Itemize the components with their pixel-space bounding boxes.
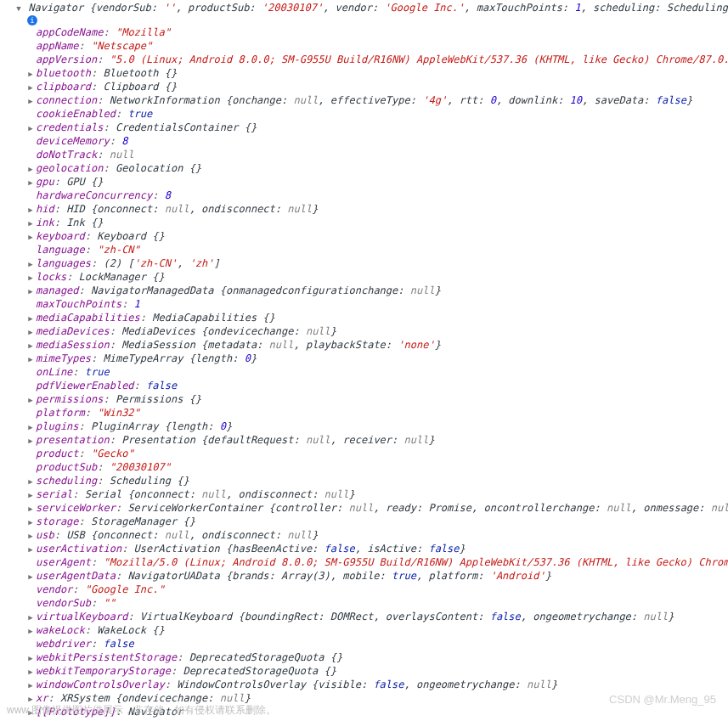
expand-caret-icon[interactable] (27, 216, 34, 230)
expand-caret-icon[interactable] (27, 420, 34, 434)
expand-caret-icon[interactable] (27, 66, 34, 81)
property-value: USB { (66, 529, 97, 541)
property-row[interactable]: geolocation: Geolocation {} (37, 161, 725, 175)
property-row[interactable]: vendorSub: "" (37, 596, 725, 610)
property-value: , (189, 529, 201, 541)
expand-caret-icon[interactable] (27, 338, 34, 352)
property-row[interactable]: permissions: Permissions {} (37, 392, 725, 406)
info-icon[interactable]: i (27, 15, 37, 25)
property-row[interactable]: windowControlsOverlay: WindowControlsOve… (37, 678, 725, 691)
property-key: mimeTypes (36, 352, 91, 364)
property-key: hid (36, 203, 54, 215)
property-row[interactable]: wakeLock: WakeLock {} (37, 623, 725, 637)
property-row[interactable]: plugins: PluginArray {length: 0} (37, 420, 725, 433)
property-row[interactable]: mediaDevices: MediaDevices {ondevicechan… (37, 324, 725, 338)
expand-caret-icon[interactable] (27, 433, 34, 448)
property-row[interactable]: locks: LockManager {} (37, 270, 725, 284)
property-row[interactable]: doNotTrack: null (37, 148, 725, 161)
property-value: null (220, 692, 245, 704)
expand-caret-icon[interactable] (27, 121, 34, 135)
property-value: brands: (232, 570, 281, 582)
property-row[interactable]: appName: "Netscape" (37, 39, 725, 53)
property-row[interactable]: serial: Serial {onconnect: null, ondisco… (37, 487, 725, 501)
property-value: effectiveType: (330, 94, 422, 106)
expand-caret-icon[interactable] (27, 678, 34, 692)
property-row[interactable]: maxTouchPoints: 1 (37, 297, 725, 311)
expand-caret-icon[interactable] (27, 487, 34, 502)
property-row[interactable]: scheduling: Scheduling {} (37, 474, 725, 487)
expand-caret-icon[interactable] (27, 528, 34, 543)
property-row[interactable]: pdfViewerEnabled: false (37, 379, 725, 392)
property-row[interactable]: appVersion: "5.0 (Linux; Android 8.0.0; … (37, 53, 725, 66)
property-row[interactable]: appCodeName: "Mozilla" (37, 25, 725, 39)
property-row[interactable]: webkitTemporaryStorage: DeprecatedStorag… (37, 664, 725, 678)
property-row[interactable]: hid: HID {onconnect: null, ondisconnect:… (37, 202, 725, 216)
property-row[interactable]: managed: NavigatorManagedData {onmanaged… (37, 284, 725, 297)
expand-caret-icon[interactable] (27, 651, 34, 665)
expand-caret-icon[interactable] (27, 324, 34, 339)
property-row[interactable]: clipboard: Clipboard {} (37, 80, 725, 93)
expand-caret-icon[interactable] (27, 270, 34, 284)
property-row[interactable]: userAgentData: NavigatorUAData {brands: … (37, 569, 725, 583)
expand-caret-icon[interactable] (27, 311, 34, 325)
expand-caret-icon[interactable] (27, 542, 34, 556)
expand-caret-icon[interactable] (27, 610, 34, 624)
property-row[interactable]: serviceWorker: ServiceWorkerContainer {c… (37, 501, 725, 515)
property-row[interactable]: vendor: "Google Inc." (37, 583, 725, 596)
expand-caret-icon[interactable] (27, 256, 34, 271)
property-row[interactable]: gpu: GPU {} (37, 175, 725, 189)
expand-caret-icon[interactable] (27, 392, 34, 407)
expand-caret-icon[interactable] (27, 501, 34, 515)
watermark: CSDN @Mr.Meng_95 (609, 693, 716, 706)
expand-caret-icon[interactable] (27, 474, 34, 488)
property-row[interactable]: platform: "Win32" (37, 406, 725, 420)
property-row[interactable]: onLine: true (37, 365, 725, 379)
property-row[interactable]: ink: Ink {} (37, 216, 725, 229)
object-header[interactable]: Navigator {vendorSub: '', productSub: '2… (3, 2, 725, 14)
property-row[interactable]: userAgent: "Mozilla/5.0 (Linux; Android … (37, 555, 725, 569)
expand-caret-down-icon[interactable] (15, 2, 22, 14)
expand-caret-icon[interactable] (27, 202, 34, 217)
property-row[interactable]: credentials: CredentialsContainer {} (37, 121, 725, 134)
expand-caret-icon[interactable] (27, 229, 34, 244)
property-row[interactable]: mediaSession: MediaSession {metadata: nu… (37, 338, 725, 352)
property-row[interactable]: mediaCapabilities: MediaCapabilities {} (37, 311, 725, 324)
expand-caret-icon[interactable] (27, 664, 34, 679)
expand-caret-icon[interactable] (27, 515, 34, 529)
property-value: hasBeenActive: (232, 543, 324, 555)
property-row[interactable]: cookieEnabled: true (37, 107, 725, 121)
property-row[interactable]: language: "zh-CN" (37, 243, 725, 256)
property-key: serviceWorker (36, 502, 116, 514)
expand-caret-icon[interactable] (27, 284, 34, 298)
expand-caret-icon[interactable] (27, 80, 34, 94)
property-row[interactable]: userActivation: UserActivation {hasBeenA… (37, 542, 725, 555)
property-value: Clipboard {} (103, 81, 177, 93)
expand-caret-icon[interactable] (27, 623, 34, 638)
property-value: 1 (134, 298, 140, 310)
property-row[interactable]: virtualKeyboard: VirtualKeyboard {boundi… (37, 610, 725, 623)
property-key: wakeLock (36, 624, 85, 636)
property-row[interactable]: presentation: Presentation {defaultReque… (37, 433, 725, 447)
property-row[interactable]: webdriver: false (37, 637, 725, 651)
expand-caret-icon[interactable] (27, 175, 34, 189)
property-row[interactable]: bluetooth: Bluetooth {} (37, 66, 725, 80)
property-row[interactable]: connection: NetworkInformation {onchange… (37, 93, 725, 107)
expand-caret-icon[interactable] (27, 161, 34, 176)
expand-caret-icon[interactable] (27, 569, 34, 583)
property-row[interactable]: webkitPersistentStorage: DeprecatedStora… (37, 651, 725, 664)
property-row[interactable]: productSub: "20030107" (37, 460, 725, 474)
property-row[interactable]: product: "Gecko" (37, 447, 725, 460)
property-row[interactable]: storage: StorageManager {} (37, 515, 725, 528)
property-value: null (527, 679, 551, 690)
property-key: storage (36, 515, 79, 527)
property-row[interactable]: hardwareConcurrency: 8 (37, 189, 725, 202)
property-row[interactable]: languages: (2) ['zh-CN', 'zh'] (37, 256, 725, 270)
property-row[interactable]: mimeTypes: MimeTypeArray {length: 0} (37, 352, 725, 365)
property-row[interactable]: usb: USB {onconnect: null, ondisconnect:… (37, 528, 725, 542)
property-key: managed (36, 284, 79, 296)
property-row[interactable]: deviceMemory: 8 (37, 134, 725, 148)
expand-caret-icon[interactable] (27, 352, 34, 366)
expand-caret-icon[interactable] (27, 93, 34, 108)
property-value: } (460, 543, 466, 555)
property-row[interactable]: keyboard: Keyboard {} (37, 229, 725, 243)
